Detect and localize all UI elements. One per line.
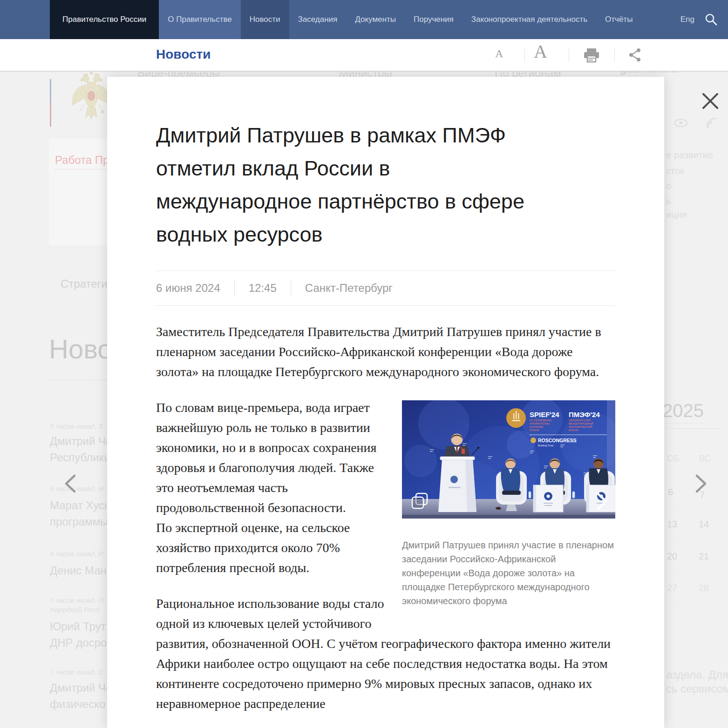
photo-caption: Дмитрий Патрушев принял участие в пленар… <box>402 538 615 608</box>
calendar-date: 20 <box>667 551 677 562</box>
calendar-date: 6 <box>668 487 673 498</box>
nav-spacer <box>0 0 50 39</box>
article-time: 12:45 <box>249 282 277 295</box>
pmef-sub-line: ЭКОНОМИЧЕСКИЙ <box>569 425 592 428</box>
article-title-line: Дмитрий Патрушев в рамках ПМЭФ <box>156 119 615 152</box>
calendar-date: 13 <box>667 519 677 530</box>
article-photo[interactable]: SPIEF'24 ST. PETERSBURG INTERNATIONAL EC… <box>402 400 615 519</box>
bg-menu-item: сток <box>666 166 684 176</box>
spief-badge: SPIEF'24 <box>530 411 559 418</box>
bg-tab-vice-premiers: Вице-премьеры <box>137 71 220 77</box>
next-article-chevron-icon[interactable] <box>695 474 708 493</box>
close-icon[interactable] <box>701 91 720 111</box>
bg-footer-fragment: аздела. Для <box>666 668 728 681</box>
rss-icon <box>705 116 718 129</box>
bg-news-title: ДНР досро <box>50 636 107 649</box>
print-icon[interactable] <box>583 47 600 63</box>
roscongress-sub: Building Trust <box>538 444 554 447</box>
article-paragraph: Заместитель Председателя Правительства Д… <box>156 322 615 382</box>
article-figure: SPIEF'24 ST. PETERSBURG INTERNATIONAL EC… <box>402 400 615 608</box>
nav-item-news[interactable]: Новости <box>241 0 289 39</box>
bg-heading-rule <box>49 380 107 380</box>
pmef-sub-line: ПЕТЕРБУРГСКИЙ <box>569 418 591 422</box>
nav-item-about[interactable]: О Правительстве <box>159 0 240 39</box>
article-date: 6 июня 2024 <box>156 282 220 295</box>
header-divider <box>524 48 525 62</box>
bg-link-government-work: Работа Пра <box>55 154 116 169</box>
photo-next-arrow-icon[interactable] <box>595 492 609 511</box>
spief-sub-line: ECONOMIC <box>530 425 544 428</box>
search-button[interactable] <box>701 0 728 39</box>
spief-sub-line: FORUM <box>530 429 539 431</box>
bg-news-meta: 7 часов назад, С <box>50 667 103 677</box>
calendar-rule <box>666 603 721 604</box>
article-paragraph: Рациональное использование воды стало од… <box>156 593 615 714</box>
bg-tab-ministers: Министры <box>339 71 392 77</box>
bg-news-heading: Ново <box>49 333 113 364</box>
calendar-date: 28 <box>699 583 709 593</box>
bg-news-meta: 5 часов назад, З <box>50 422 103 431</box>
nav-brand-government[interactable]: Правительство России <box>50 0 159 39</box>
flag-stripe-red <box>50 103 51 127</box>
calendar-rule <box>666 571 721 572</box>
bg-menu-item: иция <box>666 209 687 220</box>
bg-news-title: физическо <box>50 698 106 711</box>
calendar-rule <box>666 507 721 508</box>
font-size-decrease-icon[interactable]: A <box>495 47 503 60</box>
gallery-icon[interactable] <box>411 492 428 509</box>
article-title: Дмитрий Патрушев в рамках ПМЭФ отметил в… <box>156 119 615 251</box>
calendar-date: 14 <box>699 519 709 530</box>
language-switch-eng[interactable]: Eng <box>674 0 701 39</box>
section-header: Новости A A <box>0 39 728 71</box>
search-icon <box>704 12 719 27</box>
nav-item-instructions[interactable]: Поручения <box>405 0 463 39</box>
nav-item-documents[interactable]: Документы <box>346 0 405 39</box>
calendar-day-header: СБ <box>667 453 679 464</box>
font-size-increase-icon[interactable]: A <box>534 40 547 62</box>
calendar-date: 27 <box>667 583 677 593</box>
article-location: Санкт-Петербург <box>305 282 393 295</box>
calendar-day-header: ВС <box>699 453 711 464</box>
meta-divider-rule <box>156 305 615 306</box>
bg-news-title: программы <box>50 515 108 528</box>
bg-menu-item: ь <box>666 195 671 206</box>
calendar-rule <box>666 428 721 429</box>
bg-news-meta: 5 часов назад, Н <box>50 484 103 493</box>
bg-news-meta: 6 часов назад, Р <box>50 549 103 559</box>
conference-photo-illustration: SPIEF'24 ST. PETERSBURG INTERNATIONAL EC… <box>402 400 615 519</box>
spief-sub-line: INTERNATIONAL <box>530 422 550 425</box>
roscongress-badge: ROSCONGRESS <box>538 438 577 443</box>
calendar-year: 2025 <box>662 400 704 424</box>
article-title-line: отметил вклад России в <box>156 152 615 185</box>
pmef-badge: ПМЭФ'24 <box>569 411 600 418</box>
bg-menu-item: е развитие <box>666 150 713 161</box>
article-title-line: водных ресурсов <box>156 218 615 251</box>
nav-item-lawmaking[interactable]: Законопроектная деятельность <box>463 0 596 39</box>
bg-news-title: Юрий Трут <box>50 620 106 633</box>
calendar-rule <box>666 539 721 539</box>
meta-divider <box>234 280 235 296</box>
spief-sub-line: ST. PETERSBURG <box>530 419 551 422</box>
bg-news-title: Денис Ман <box>50 564 107 577</box>
bg-news-title: Дмитрий Че <box>50 681 112 694</box>
bg-news-title: Марат Хусн <box>50 499 110 512</box>
header-divider <box>614 48 615 62</box>
section-title-news[interactable]: Новости <box>156 47 211 62</box>
bg-tab-regions: По регионам <box>495 71 561 77</box>
nav-item-reports[interactable]: Отчёты <box>596 0 641 39</box>
nav-item-meetings[interactable]: Заседания <box>289 0 347 39</box>
wordmark-red-part: ernment.ru <box>619 71 678 75</box>
bg-link-strategies: Стратегии <box>61 277 114 290</box>
news-article-modal: Дмитрий Патрушев в рамках ПМЭФ отметил в… <box>107 77 664 728</box>
calendar-date: 21 <box>699 551 709 562</box>
flag-stripe-blue <box>50 79 51 103</box>
coat-of-arms-eagle <box>70 70 113 125</box>
prev-article-chevron-icon[interactable] <box>63 474 76 493</box>
pmef-sub-line: МЕЖДУНАРОДНЫЙ <box>569 422 593 425</box>
flag-stripe <box>50 79 51 127</box>
bg-news-meta: 7 часов назад, П <box>50 596 103 605</box>
pmef-sub-line: ФОРУМ <box>569 429 578 431</box>
header-divider <box>569 48 569 62</box>
views-eye-icon <box>674 117 688 128</box>
share-icon[interactable] <box>627 47 642 62</box>
